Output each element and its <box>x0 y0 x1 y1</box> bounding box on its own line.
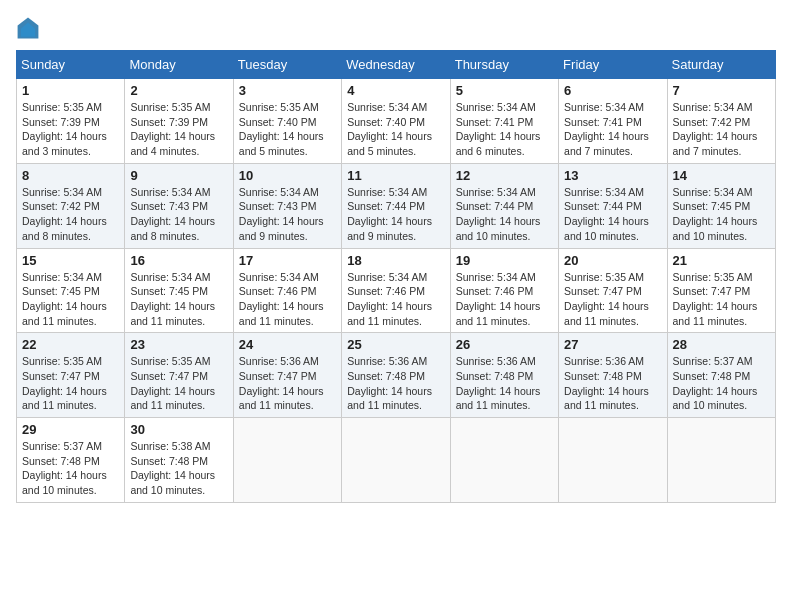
weekday-header-thursday: Thursday <box>450 51 558 79</box>
calendar-week-1: 1 Sunrise: 5:35 AMSunset: 7:39 PMDayligh… <box>17 79 776 164</box>
day-info: Sunrise: 5:34 AMSunset: 7:42 PMDaylight:… <box>673 100 770 159</box>
weekday-header-row: SundayMondayTuesdayWednesdayThursdayFrid… <box>17 51 776 79</box>
calendar-cell: 8 Sunrise: 5:34 AMSunset: 7:42 PMDayligh… <box>17 163 125 248</box>
day-number: 16 <box>130 253 227 268</box>
calendar-cell: 10 Sunrise: 5:34 AMSunset: 7:43 PMDaylig… <box>233 163 341 248</box>
day-number: 2 <box>130 83 227 98</box>
day-info: Sunrise: 5:34 AMSunset: 7:43 PMDaylight:… <box>239 185 336 244</box>
calendar-cell: 18 Sunrise: 5:34 AMSunset: 7:46 PMDaylig… <box>342 248 450 333</box>
day-info: Sunrise: 5:34 AMSunset: 7:44 PMDaylight:… <box>456 185 553 244</box>
day-info: Sunrise: 5:37 AMSunset: 7:48 PMDaylight:… <box>22 439 119 498</box>
day-info: Sunrise: 5:34 AMSunset: 7:45 PMDaylight:… <box>22 270 119 329</box>
calendar-table: SundayMondayTuesdayWednesdayThursdayFrid… <box>16 50 776 503</box>
day-number: 19 <box>456 253 553 268</box>
day-number: 4 <box>347 83 444 98</box>
day-number: 11 <box>347 168 444 183</box>
day-number: 28 <box>673 337 770 352</box>
day-number: 27 <box>564 337 661 352</box>
day-number: 8 <box>22 168 119 183</box>
day-info: Sunrise: 5:35 AMSunset: 7:47 PMDaylight:… <box>673 270 770 329</box>
calendar-week-2: 8 Sunrise: 5:34 AMSunset: 7:42 PMDayligh… <box>17 163 776 248</box>
day-info: Sunrise: 5:34 AMSunset: 7:41 PMDaylight:… <box>564 100 661 159</box>
day-info: Sunrise: 5:34 AMSunset: 7:45 PMDaylight:… <box>130 270 227 329</box>
day-number: 3 <box>239 83 336 98</box>
day-info: Sunrise: 5:34 AMSunset: 7:45 PMDaylight:… <box>673 185 770 244</box>
calendar-cell: 9 Sunrise: 5:34 AMSunset: 7:43 PMDayligh… <box>125 163 233 248</box>
calendar-cell <box>342 418 450 503</box>
day-info: Sunrise: 5:36 AMSunset: 7:47 PMDaylight:… <box>239 354 336 413</box>
day-info: Sunrise: 5:34 AMSunset: 7:41 PMDaylight:… <box>456 100 553 159</box>
day-number: 29 <box>22 422 119 437</box>
day-info: Sunrise: 5:35 AMSunset: 7:39 PMDaylight:… <box>130 100 227 159</box>
calendar-cell: 3 Sunrise: 5:35 AMSunset: 7:40 PMDayligh… <box>233 79 341 164</box>
calendar-cell: 4 Sunrise: 5:34 AMSunset: 7:40 PMDayligh… <box>342 79 450 164</box>
logo-icon <box>16 16 40 40</box>
day-info: Sunrise: 5:34 AMSunset: 7:46 PMDaylight:… <box>239 270 336 329</box>
day-number: 21 <box>673 253 770 268</box>
weekday-header-saturday: Saturday <box>667 51 775 79</box>
calendar-cell: 19 Sunrise: 5:34 AMSunset: 7:46 PMDaylig… <box>450 248 558 333</box>
calendar-cell: 25 Sunrise: 5:36 AMSunset: 7:48 PMDaylig… <box>342 333 450 418</box>
calendar-cell: 6 Sunrise: 5:34 AMSunset: 7:41 PMDayligh… <box>559 79 667 164</box>
weekday-header-monday: Monday <box>125 51 233 79</box>
calendar-cell: 14 Sunrise: 5:34 AMSunset: 7:45 PMDaylig… <box>667 163 775 248</box>
day-number: 18 <box>347 253 444 268</box>
calendar-cell: 21 Sunrise: 5:35 AMSunset: 7:47 PMDaylig… <box>667 248 775 333</box>
calendar-cell: 27 Sunrise: 5:36 AMSunset: 7:48 PMDaylig… <box>559 333 667 418</box>
day-number: 6 <box>564 83 661 98</box>
header <box>16 16 776 40</box>
day-number: 9 <box>130 168 227 183</box>
day-number: 1 <box>22 83 119 98</box>
day-info: Sunrise: 5:38 AMSunset: 7:48 PMDaylight:… <box>130 439 227 498</box>
calendar-cell: 30 Sunrise: 5:38 AMSunset: 7:48 PMDaylig… <box>125 418 233 503</box>
calendar-week-4: 22 Sunrise: 5:35 AMSunset: 7:47 PMDaylig… <box>17 333 776 418</box>
day-number: 20 <box>564 253 661 268</box>
day-info: Sunrise: 5:34 AMSunset: 7:40 PMDaylight:… <box>347 100 444 159</box>
calendar-cell: 24 Sunrise: 5:36 AMSunset: 7:47 PMDaylig… <box>233 333 341 418</box>
calendar-cell: 23 Sunrise: 5:35 AMSunset: 7:47 PMDaylig… <box>125 333 233 418</box>
calendar-cell: 16 Sunrise: 5:34 AMSunset: 7:45 PMDaylig… <box>125 248 233 333</box>
day-info: Sunrise: 5:36 AMSunset: 7:48 PMDaylight:… <box>456 354 553 413</box>
day-info: Sunrise: 5:35 AMSunset: 7:39 PMDaylight:… <box>22 100 119 159</box>
day-number: 30 <box>130 422 227 437</box>
calendar-cell: 11 Sunrise: 5:34 AMSunset: 7:44 PMDaylig… <box>342 163 450 248</box>
day-number: 22 <box>22 337 119 352</box>
day-info: Sunrise: 5:35 AMSunset: 7:47 PMDaylight:… <box>22 354 119 413</box>
day-number: 23 <box>130 337 227 352</box>
day-info: Sunrise: 5:34 AMSunset: 7:43 PMDaylight:… <box>130 185 227 244</box>
weekday-header-sunday: Sunday <box>17 51 125 79</box>
day-number: 7 <box>673 83 770 98</box>
day-info: Sunrise: 5:37 AMSunset: 7:48 PMDaylight:… <box>673 354 770 413</box>
day-number: 13 <box>564 168 661 183</box>
day-info: Sunrise: 5:34 AMSunset: 7:46 PMDaylight:… <box>456 270 553 329</box>
calendar-cell <box>450 418 558 503</box>
calendar-cell: 12 Sunrise: 5:34 AMSunset: 7:44 PMDaylig… <box>450 163 558 248</box>
day-info: Sunrise: 5:34 AMSunset: 7:44 PMDaylight:… <box>347 185 444 244</box>
day-number: 15 <box>22 253 119 268</box>
weekday-header-friday: Friday <box>559 51 667 79</box>
day-info: Sunrise: 5:36 AMSunset: 7:48 PMDaylight:… <box>564 354 661 413</box>
day-number: 12 <box>456 168 553 183</box>
calendar-cell: 22 Sunrise: 5:35 AMSunset: 7:47 PMDaylig… <box>17 333 125 418</box>
calendar-cell: 28 Sunrise: 5:37 AMSunset: 7:48 PMDaylig… <box>667 333 775 418</box>
day-number: 26 <box>456 337 553 352</box>
day-info: Sunrise: 5:34 AMSunset: 7:44 PMDaylight:… <box>564 185 661 244</box>
day-info: Sunrise: 5:34 AMSunset: 7:46 PMDaylight:… <box>347 270 444 329</box>
day-info: Sunrise: 5:35 AMSunset: 7:47 PMDaylight:… <box>130 354 227 413</box>
day-number: 5 <box>456 83 553 98</box>
calendar-cell: 1 Sunrise: 5:35 AMSunset: 7:39 PMDayligh… <box>17 79 125 164</box>
logo <box>16 16 44 40</box>
weekday-header-tuesday: Tuesday <box>233 51 341 79</box>
day-number: 24 <box>239 337 336 352</box>
calendar-cell <box>559 418 667 503</box>
day-number: 14 <box>673 168 770 183</box>
calendar-cell: 2 Sunrise: 5:35 AMSunset: 7:39 PMDayligh… <box>125 79 233 164</box>
day-info: Sunrise: 5:34 AMSunset: 7:42 PMDaylight:… <box>22 185 119 244</box>
calendar-cell: 20 Sunrise: 5:35 AMSunset: 7:47 PMDaylig… <box>559 248 667 333</box>
calendar-cell: 26 Sunrise: 5:36 AMSunset: 7:48 PMDaylig… <box>450 333 558 418</box>
calendar-cell: 15 Sunrise: 5:34 AMSunset: 7:45 PMDaylig… <box>17 248 125 333</box>
calendar-cell: 5 Sunrise: 5:34 AMSunset: 7:41 PMDayligh… <box>450 79 558 164</box>
calendar-cell: 7 Sunrise: 5:34 AMSunset: 7:42 PMDayligh… <box>667 79 775 164</box>
day-number: 10 <box>239 168 336 183</box>
day-info: Sunrise: 5:36 AMSunset: 7:48 PMDaylight:… <box>347 354 444 413</box>
